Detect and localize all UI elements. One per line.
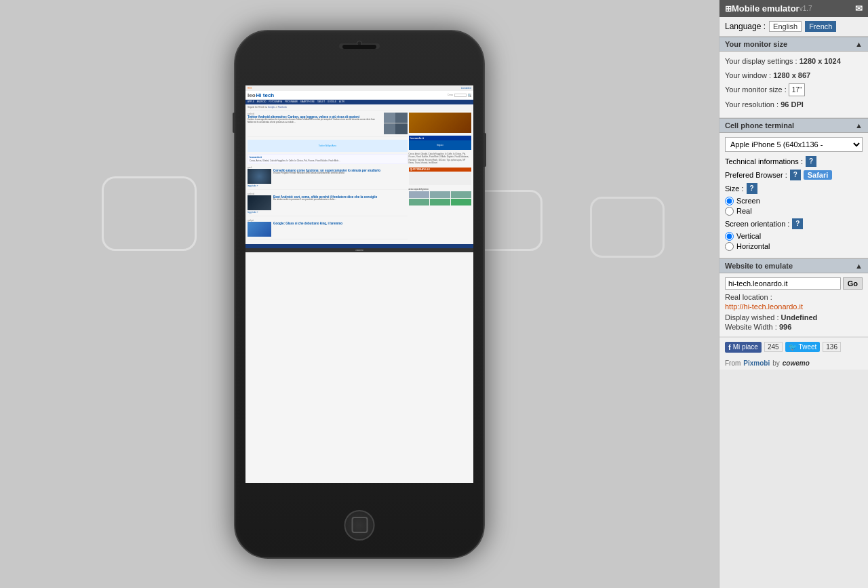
cell-phone-section-header: Cell phone terminal ▲ xyxy=(719,118,868,133)
display-wished-row: Display wished : Undefined xyxy=(725,313,863,321)
go-button[interactable]: Go xyxy=(843,277,863,290)
orientation-vertical-radio[interactable] xyxy=(725,232,734,241)
app-version: v1.7 xyxy=(800,5,812,12)
browser-help-btn[interactable]: ? xyxy=(790,170,801,180)
article-6: gadget Google: Glass si che debuttano ki… xyxy=(248,219,408,239)
monitor-section-header: Your monitor size ▲ xyxy=(719,37,868,52)
tweet-label: Tweet xyxy=(799,343,817,351)
phone-side-button-left xyxy=(233,113,235,133)
article-1-image xyxy=(384,113,408,134)
cowemo-logo: cowemo xyxy=(783,359,810,367)
orientation-vertical-row: Vertical xyxy=(725,232,863,241)
orientation-horizontal-label: Horizontal xyxy=(736,242,770,250)
sidebar-widget-tags: Cerca, Arrivi, Giladal, CalcolaFiaggilin… xyxy=(409,153,471,165)
device-select[interactable]: Apple iPhone 5 (640x1136 - xyxy=(725,137,863,152)
sidebar-widget-daily: QUOTIDIANVILLE xyxy=(409,168,471,185)
url-input-row: Go xyxy=(725,277,863,290)
facebook-button[interactable]: f Mi piace xyxy=(725,342,762,353)
window-label: Your window : xyxy=(725,71,771,79)
sidebar-widget-1 xyxy=(409,113,471,133)
size-screen-label: Screen xyxy=(736,197,760,205)
phone-side-button-right xyxy=(484,133,486,167)
fb-count: 245 xyxy=(764,342,783,352)
real-location-link[interactable]: http://hi-tech.leonardo.it xyxy=(725,302,863,311)
sidebar-panel: ⊞ Mobile emulator v1.7 ✉ Language : Engl… xyxy=(719,0,868,588)
cell-phone-section-body: Apple iPhone 5 (640x1136 - Technical inf… xyxy=(719,133,868,258)
size-real-radio[interactable] xyxy=(725,207,734,216)
sidebar-ad-image xyxy=(409,113,471,133)
size-real-label: Real xyxy=(736,207,752,215)
app-title: Mobile emulator xyxy=(732,3,800,14)
size-help-btn[interactable]: ? xyxy=(747,183,757,194)
phone-screen: RSS Leonardo.it leo Hi tech Cerca 🔍 xyxy=(245,85,473,483)
monitor-section-title: Your monitor size xyxy=(725,40,787,48)
language-bar: Language : English French xyxy=(719,17,868,37)
phone-speaker xyxy=(342,45,376,49)
display-settings-value: 1280 x 1024 xyxy=(800,57,841,65)
website-width-label: Website Width : xyxy=(725,323,777,331)
orientation-horizontal-row: Horizontal xyxy=(725,242,863,251)
cell-phone-collapse-icon[interactable]: ▲ xyxy=(855,121,863,130)
website-section-title: Website to emulate xyxy=(725,262,793,270)
tweet-count: 136 xyxy=(823,342,841,352)
orientation-radio-group: Vertical Horizontal xyxy=(725,232,863,251)
website-width-value: 996 xyxy=(779,323,791,331)
preferred-browser-label: Prefered Browser : xyxy=(725,171,787,179)
website-top-bar: RSS Leonardo.it xyxy=(245,85,473,91)
window-value: 868 x 588 xyxy=(773,71,810,79)
website-section-header: Website to emulate ▲ xyxy=(719,258,868,273)
safari-button[interactable]: Safari xyxy=(804,170,833,180)
display-wished-value: Undefined xyxy=(781,313,818,321)
website-body: android Twitter Android alternative: Car… xyxy=(245,111,473,244)
fb-label: Mi piace xyxy=(733,343,758,351)
url-input[interactable] xyxy=(725,277,841,290)
pixmobi-link[interactable]: Pixmobi xyxy=(743,359,770,367)
article-5: android Best Android: cart, come, sfide … xyxy=(248,193,408,216)
language-french-btn[interactable]: French xyxy=(805,21,836,32)
language-label: Language : xyxy=(725,22,766,31)
monitor-collapse-icon[interactable]: ▲ xyxy=(855,40,863,48)
orientation-horizontal-radio[interactable] xyxy=(725,242,734,251)
real-location-label: Real location : xyxy=(725,293,863,301)
cell-phone-section-title: Cell phone terminal xyxy=(725,121,794,130)
tech-info-label: Technical informations : xyxy=(725,157,803,165)
website-sidebar: leonardo.it Seguici Cerca, Arrivi, Gilad… xyxy=(409,113,471,242)
language-english-btn[interactable]: English xyxy=(769,21,802,32)
display-settings-label: Your display settings : xyxy=(725,57,797,65)
resolution-value: 96 DPI xyxy=(781,100,804,109)
window-size-row: Your window : 868 x 588 xyxy=(725,70,863,81)
article-5-image xyxy=(248,195,271,210)
website-collapse-icon[interactable]: ▲ xyxy=(855,262,863,270)
website-content: RSS Leonardo.it leo Hi tech Cerca 🔍 xyxy=(245,85,473,483)
orientation-label: Screen orientation : xyxy=(725,220,789,228)
monitor-size-row: Your monitor size : 17" xyxy=(725,83,863,96)
article-4: geek Cervello umano come funziona: un su… xyxy=(248,166,408,190)
website-logo: leo Hi tech xyxy=(248,92,274,98)
fb-icon: f xyxy=(728,343,731,351)
orientation-vertical-label: Vertical xyxy=(736,232,761,240)
tweet-button[interactable]: 🐦 Tweet xyxy=(785,342,821,352)
sidebar-header: ⊞ Mobile emulator v1.7 ✉ xyxy=(719,0,868,17)
phone-home-button[interactable] xyxy=(344,510,375,541)
display-wished-label: Display wished : xyxy=(725,313,778,321)
expand-icon: ⊞ xyxy=(725,4,732,14)
phone-frame: RSS Leonardo.it leo Hi tech Cerca 🔍 xyxy=(234,30,485,559)
size-screen-radio[interactable] xyxy=(725,197,734,205)
orientation-label-row: Screen orientation : ? xyxy=(725,218,863,229)
size-row: Size : ? xyxy=(725,183,863,194)
social-bar: f Mi piace 245 🐦 Tweet 136 xyxy=(719,337,868,357)
article-6-image xyxy=(248,222,271,237)
resolution-label: Your resolution : xyxy=(725,100,778,109)
size-screen-row: Screen xyxy=(725,197,863,205)
mail-icon[interactable]: ✉ xyxy=(855,3,863,14)
tech-info-help-btn[interactable]: ? xyxy=(806,156,816,167)
monitor-size-label: Your monitor size : xyxy=(725,85,787,94)
tech-info-row: Technical informations : ? xyxy=(725,156,863,167)
sidebar-widget-day: area copa del giorno xyxy=(409,188,471,205)
monitor-section-body: Your display settings : 1280 x 1024 Your… xyxy=(719,52,868,118)
phone-outline-left xyxy=(102,176,197,251)
by-label: by xyxy=(772,359,780,367)
sidebar-widget-followers: leonardo.it Seguici xyxy=(409,136,471,150)
monitor-size-badge: 17" xyxy=(789,83,806,96)
orientation-help-btn[interactable]: ? xyxy=(792,218,803,229)
